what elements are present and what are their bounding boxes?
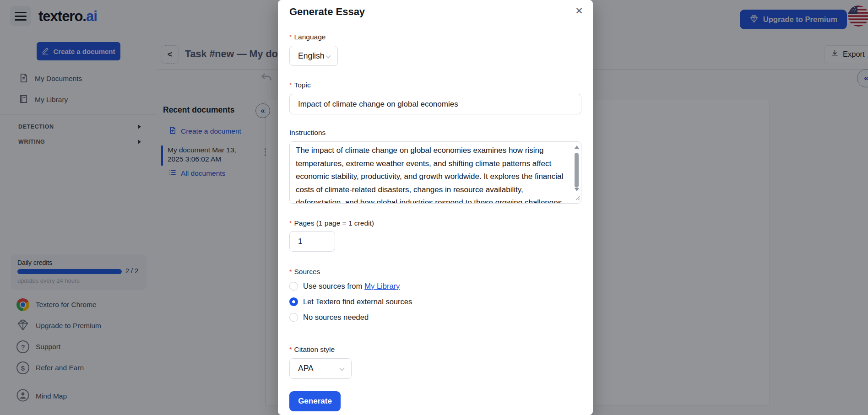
radio-icon[interactable]: [289, 313, 298, 322]
generate-button[interactable]: Generate: [289, 391, 341, 411]
generate-essay-modal: Generate Essay ✕ *Language English *Topi…: [278, 0, 593, 415]
pages-input[interactable]: 1: [289, 231, 335, 252]
pages-value: 1: [298, 237, 302, 246]
topic-label: *Topic: [289, 81, 311, 89]
modal-title: Generate Essay: [289, 6, 365, 18]
radio-label: Let Textero find external sources: [303, 297, 412, 306]
radio-label: Use sources fromMy Library: [303, 282, 400, 291]
instructions-textarea[interactable]: The impact of climate change on global e…: [289, 141, 581, 204]
topic-value: Impact of climate change on global econo…: [298, 100, 458, 109]
language-label: *Language: [289, 33, 326, 41]
my-library-link[interactable]: My Library: [364, 282, 400, 290]
citation-style-label: *Citation style: [289, 345, 335, 354]
required-asterisk: *: [289, 81, 292, 89]
generate-label: Generate: [298, 397, 332, 406]
radio-external-sources[interactable]: Let Textero find external sources: [289, 296, 412, 307]
chevron-down-icon: [326, 51, 331, 61]
topic-input[interactable]: Impact of climate change on global econo…: [289, 94, 581, 114]
citation-value: APA: [298, 364, 314, 373]
pages-label: *Pages (1 page = 1 credit): [289, 219, 374, 227]
required-asterisk: *: [289, 268, 292, 275]
close-icon[interactable]: ✕: [571, 3, 587, 19]
scroll-down-icon[interactable]: [575, 188, 579, 191]
language-select[interactable]: English: [289, 46, 338, 66]
scrollbar-thumb[interactable]: [575, 153, 579, 188]
resize-grip-icon[interactable]: [575, 194, 580, 202]
sources-label: *Sources: [289, 268, 320, 276]
required-asterisk: *: [289, 33, 292, 41]
radio-icon[interactable]: [289, 282, 298, 291]
radio-label: No sources needed: [303, 313, 369, 322]
language-value: English: [298, 51, 324, 61]
radio-no-sources[interactable]: No sources needed: [289, 311, 369, 323]
citation-style-select[interactable]: APA: [289, 358, 352, 379]
instructions-value: The impact of climate change on global e…: [296, 144, 565, 204]
chevron-down-icon: [339, 364, 345, 373]
radio-selected-icon[interactable]: [289, 297, 298, 306]
required-asterisk: *: [289, 346, 292, 353]
required-asterisk: *: [289, 220, 292, 227]
radio-use-my-library[interactable]: Use sources fromMy Library: [289, 280, 400, 292]
app-root: textero.ai Upgrade to Premium: [0, 0, 868, 415]
instructions-label: Instructions: [289, 129, 326, 137]
textarea-scrollbar[interactable]: [574, 144, 580, 201]
scroll-up-icon[interactable]: [575, 146, 579, 149]
